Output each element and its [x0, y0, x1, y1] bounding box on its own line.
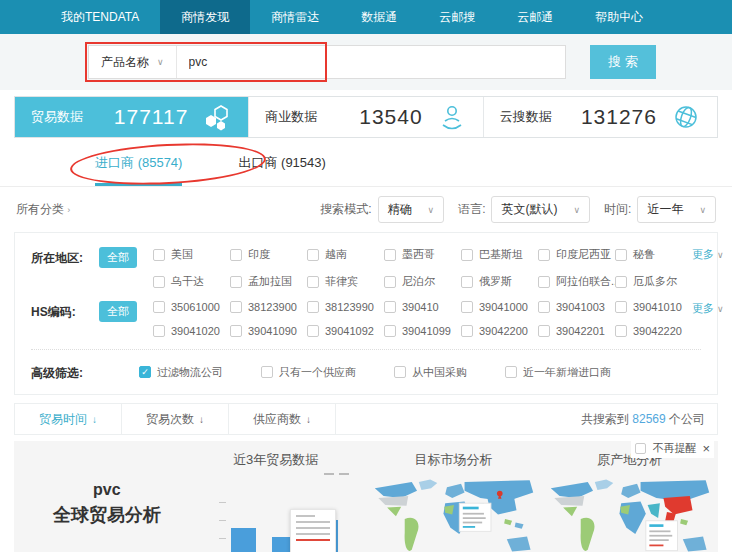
checkbox-box[interactable] — [384, 276, 396, 288]
checkbox-box[interactable] — [538, 276, 550, 288]
filter-checkbox-item[interactable]: 俄罗斯 — [461, 274, 538, 289]
filter-checkbox-item[interactable]: 美国 — [153, 247, 230, 262]
nav-item[interactable]: 商情雷达 — [250, 0, 340, 34]
origin-analysis-panel[interactable]: 原产地分析 — [542, 451, 718, 552]
filter-checkbox-item[interactable]: 印度尼西亚 — [538, 247, 615, 262]
filter-checkbox-item[interactable]: 巴基斯坦 — [461, 247, 538, 262]
option-select[interactable]: 精确∨ — [378, 196, 445, 223]
filter-checkbox-item[interactable]: 39042220 — [615, 325, 692, 337]
filter-checkbox-item[interactable]: 菲律宾 — [307, 274, 384, 289]
nav-item[interactable]: 商情发现 — [160, 0, 250, 34]
close-icon[interactable]: × — [702, 441, 710, 456]
checkbox-box[interactable] — [261, 366, 273, 378]
filter-checkbox-item[interactable]: 39041092 — [307, 325, 384, 337]
checkbox-box[interactable] — [153, 301, 165, 313]
filter-checkbox-item[interactable]: 秘鲁 — [615, 247, 692, 262]
sort-item[interactable]: 贸易次数↓ — [122, 404, 229, 434]
hs-all-badge[interactable]: 全部 — [99, 301, 137, 322]
checkbox-box[interactable] — [538, 301, 550, 313]
target-market-panel[interactable]: 目标市场分析 — [365, 451, 541, 552]
stat-cloud-search-data[interactable]: 云搜数据 131276 — [483, 97, 717, 137]
region-more-link[interactable]: 更多 ∨ — [692, 247, 724, 289]
filter-checkbox-item[interactable]: 阿拉伯联合... — [538, 274, 615, 289]
nav-item[interactable]: 我的TENDATA — [40, 0, 160, 34]
checkbox-label: 秘鲁 — [633, 247, 655, 262]
filter-checkbox-item[interactable]: 尼泊尔 — [384, 274, 461, 289]
filter-checkbox-item[interactable]: 39041099 — [384, 325, 461, 337]
checkbox-box[interactable] — [461, 276, 473, 288]
checkbox-box[interactable] — [538, 325, 550, 337]
filter-checkbox-item[interactable]: 390410 — [384, 301, 461, 313]
filter-checkbox-item[interactable]: 39042200 — [461, 325, 538, 337]
checkbox-box[interactable]: ✓ — [139, 366, 151, 378]
filter-checkbox-item[interactable]: ✓过滤物流公司 — [139, 362, 223, 382]
checkbox-box[interactable] — [461, 301, 473, 313]
filter-checkbox-item[interactable]: 厄瓜多尔 — [615, 274, 692, 289]
option-select[interactable]: 近一年∨ — [637, 196, 716, 223]
filter-checkbox-item[interactable]: 孟加拉国 — [230, 274, 307, 289]
checkbox-box[interactable] — [384, 249, 396, 261]
checkbox-box[interactable] — [461, 249, 473, 261]
checkbox-box[interactable] — [153, 325, 165, 337]
all-categories-link[interactable]: 所有分类 › — [16, 201, 70, 218]
checkbox-box[interactable] — [153, 276, 165, 288]
search-input[interactable] — [177, 46, 565, 78]
sort-item[interactable]: 供应商数↓ — [229, 404, 336, 434]
checkbox-box[interactable] — [307, 325, 319, 337]
checkbox-box[interactable] — [538, 249, 550, 261]
checkbox-box[interactable] — [615, 276, 627, 288]
filter-checkbox-item[interactable]: 印度 — [230, 247, 307, 262]
checkbox-box[interactable] — [153, 249, 165, 261]
filter-checkbox-item[interactable]: 39041010 — [615, 301, 692, 313]
filter-checkbox-item[interactable]: 乌干达 — [153, 274, 230, 289]
nav-item[interactable]: 数据通 — [340, 0, 418, 34]
filter-checkbox-item[interactable]: 38123900 — [230, 301, 307, 313]
checkbox-box[interactable] — [615, 325, 627, 337]
option-select[interactable]: 英文(默认)∨ — [491, 196, 590, 223]
sort-item[interactable]: 贸易时间↓ — [15, 404, 122, 434]
filter-checkbox-item[interactable]: 35061000 — [153, 301, 230, 313]
dismiss-checkbox[interactable] — [635, 443, 646, 454]
filter-checkbox-item[interactable]: 从中国采购 — [394, 362, 467, 382]
filter-checkbox-item[interactable]: 39041000 — [461, 301, 538, 313]
nav-item[interactable]: 帮助中心 — [574, 0, 664, 34]
stat-label: 云搜数据 — [500, 108, 552, 126]
checkbox-box[interactable] — [307, 249, 319, 261]
checkbox-box[interactable] — [384, 301, 396, 313]
hs-more-link[interactable]: 更多 ∨ — [692, 301, 724, 337]
search-button[interactable]: 搜 索 — [590, 45, 656, 79]
filter-checkbox-item[interactable]: 近一年新增进口商 — [505, 362, 611, 382]
checkbox-box[interactable] — [230, 325, 242, 337]
checkbox-box[interactable] — [394, 366, 406, 378]
filter-checkbox-item[interactable]: 越南 — [307, 247, 384, 262]
checkbox-box[interactable] — [615, 249, 627, 261]
region-all-badge[interactable]: 全部 — [99, 247, 137, 268]
checkbox-box[interactable] — [384, 325, 396, 337]
stat-trade-data[interactable]: 贸易数据 177117 — [15, 97, 248, 137]
checkbox-box[interactable] — [505, 366, 517, 378]
trade-history-chart-panel[interactable]: 近3年贸易数据 — [200, 451, 352, 552]
checkbox-box[interactable] — [307, 276, 319, 288]
nav-item[interactable]: 云邮通 — [496, 0, 574, 34]
filter-checkbox-item[interactable]: 39042201 — [538, 325, 615, 337]
filter-checkbox-item[interactable]: 只有一个供应商 — [261, 362, 356, 382]
checkbox-box[interactable] — [615, 301, 627, 313]
search-options: 搜索模式:精确∨语言:英文(默认)∨时间:近一年∨ — [320, 196, 716, 223]
filter-panel: 所在地区: 全部 美国印度越南墨西哥巴基斯坦印度尼西亚秘鲁乌干达孟加拉国菲律宾尼… — [14, 232, 718, 395]
filter-checkbox-item[interactable]: 39041020 — [153, 325, 230, 337]
tab-importers[interactable]: 进口商 (85574) — [95, 154, 182, 186]
nav-item[interactable]: 云邮搜 — [418, 0, 496, 34]
filter-checkbox-item[interactable]: 39041003 — [538, 301, 615, 313]
checkbox-box[interactable] — [230, 249, 242, 261]
stat-business-data[interactable]: 商业数据 13540 — [248, 97, 482, 137]
search-category-dropdown[interactable]: 产品名称 ∨ — [89, 46, 177, 78]
checkbox-label: 只有一个供应商 — [279, 365, 356, 380]
checkbox-box[interactable] — [230, 301, 242, 313]
filter-checkbox-item[interactable]: 39041090 — [230, 325, 307, 337]
checkbox-box[interactable] — [307, 301, 319, 313]
checkbox-box[interactable] — [230, 276, 242, 288]
tab-exporters[interactable]: 出口商 (91543) — [238, 154, 325, 186]
filter-checkbox-item[interactable]: 38123990 — [307, 301, 384, 313]
filter-checkbox-item[interactable]: 墨西哥 — [384, 247, 461, 262]
checkbox-box[interactable] — [461, 325, 473, 337]
